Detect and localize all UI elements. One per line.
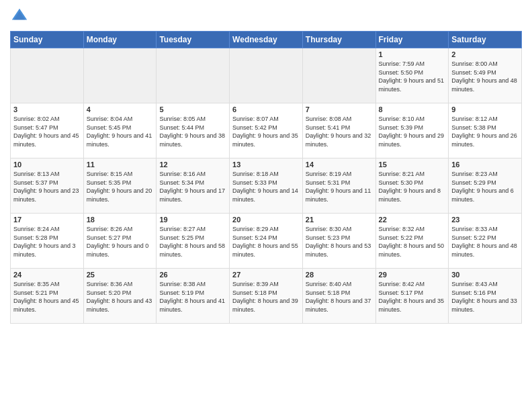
calendar-cell <box>302 48 375 103</box>
day-info: Sunrise: 8:35 AM Sunset: 5:21 PM Dayligh… <box>13 280 81 314</box>
page-header <box>10 7 522 26</box>
day-info: Sunrise: 8:36 AM Sunset: 5:20 PM Dayligh… <box>87 280 154 314</box>
day-number: 8 <box>379 105 446 113</box>
calendar-cell <box>157 48 230 103</box>
day-number: 10 <box>13 161 81 169</box>
day-number: 12 <box>159 161 226 169</box>
day-info: Sunrise: 8:05 AM Sunset: 5:44 PM Dayligh… <box>159 115 226 148</box>
day-number: 30 <box>451 271 519 279</box>
calendar-cell: 15Sunrise: 8:21 AM Sunset: 5:30 PM Dayli… <box>375 158 449 214</box>
day-number: 23 <box>451 216 519 224</box>
day-number: 2 <box>451 50 519 58</box>
day-info: Sunrise: 8:38 AM Sunset: 5:19 PM Dayligh… <box>159 280 226 314</box>
calendar-cell: 2Sunrise: 8:00 AM Sunset: 5:49 PM Daylig… <box>449 48 522 103</box>
calendar-cell: 14Sunrise: 8:19 AM Sunset: 5:31 PM Dayli… <box>302 158 375 214</box>
calendar-cell: 19Sunrise: 8:27 AM Sunset: 5:25 PM Dayli… <box>157 214 230 269</box>
col-header-thursday: Thursday <box>302 32 375 48</box>
day-info: Sunrise: 8:30 AM Sunset: 5:23 PM Dayligh… <box>306 225 373 259</box>
calendar-cell: 9Sunrise: 8:12 AM Sunset: 5:38 PM Daylig… <box>449 103 522 158</box>
day-number: 1 <box>379 50 446 58</box>
calendar-cell: 24Sunrise: 8:35 AM Sunset: 5:21 PM Dayli… <box>11 269 84 324</box>
calendar-cell: 23Sunrise: 8:33 AM Sunset: 5:22 PM Dayli… <box>449 214 522 269</box>
calendar-cell: 30Sunrise: 8:43 AM Sunset: 5:16 PM Dayli… <box>449 269 522 324</box>
day-info: Sunrise: 8:26 AM Sunset: 5:27 PM Dayligh… <box>87 225 154 259</box>
calendar-cell: 11Sunrise: 8:15 AM Sunset: 5:35 PM Dayli… <box>83 158 157 214</box>
day-info: Sunrise: 8:02 AM Sunset: 5:47 PM Dayligh… <box>13 115 81 148</box>
day-info: Sunrise: 8:19 AM Sunset: 5:31 PM Dayligh… <box>306 170 373 203</box>
day-number: 20 <box>232 216 300 224</box>
calendar-cell: 7Sunrise: 8:08 AM Sunset: 5:41 PM Daylig… <box>302 103 375 158</box>
day-info: Sunrise: 8:07 AM Sunset: 5:42 PM Dayligh… <box>232 115 300 148</box>
logo-icon <box>10 7 29 26</box>
day-number: 7 <box>306 105 373 113</box>
calendar-cell: 1Sunrise: 7:59 AM Sunset: 5:50 PM Daylig… <box>375 48 449 103</box>
day-number: 17 <box>13 216 81 224</box>
day-number: 28 <box>306 271 373 279</box>
day-number: 29 <box>379 271 446 279</box>
day-info: Sunrise: 8:21 AM Sunset: 5:30 PM Dayligh… <box>379 170 446 203</box>
day-number: 27 <box>232 271 300 279</box>
calendar-cell: 17Sunrise: 8:24 AM Sunset: 5:28 PM Dayli… <box>11 214 84 269</box>
day-info: Sunrise: 8:12 AM Sunset: 5:38 PM Dayligh… <box>451 115 519 148</box>
calendar-cell: 3Sunrise: 8:02 AM Sunset: 5:47 PM Daylig… <box>11 103 84 158</box>
day-info: Sunrise: 8:23 AM Sunset: 5:29 PM Dayligh… <box>451 170 519 203</box>
calendar-cell: 21Sunrise: 8:30 AM Sunset: 5:23 PM Dayli… <box>302 214 375 269</box>
day-info: Sunrise: 8:04 AM Sunset: 5:45 PM Dayligh… <box>87 115 154 148</box>
col-header-wednesday: Wednesday <box>230 32 303 48</box>
day-info: Sunrise: 8:33 AM Sunset: 5:22 PM Dayligh… <box>451 225 519 259</box>
calendar-cell: 28Sunrise: 8:40 AM Sunset: 5:18 PM Dayli… <box>302 269 375 324</box>
day-number: 16 <box>451 161 519 169</box>
day-info: Sunrise: 8:08 AM Sunset: 5:41 PM Dayligh… <box>306 115 373 148</box>
day-number: 13 <box>232 161 300 169</box>
day-info: Sunrise: 8:18 AM Sunset: 5:33 PM Dayligh… <box>232 170 300 203</box>
col-header-friday: Friday <box>375 32 449 48</box>
calendar-cell: 10Sunrise: 8:13 AM Sunset: 5:37 PM Dayli… <box>11 158 84 214</box>
calendar-cell: 5Sunrise: 8:05 AM Sunset: 5:44 PM Daylig… <box>157 103 230 158</box>
day-info: Sunrise: 8:29 AM Sunset: 5:24 PM Dayligh… <box>232 225 300 259</box>
page-container: SundayMondayTuesdayWednesdayThursdayFrid… <box>0 0 532 330</box>
week-row-1: 1Sunrise: 7:59 AM Sunset: 5:50 PM Daylig… <box>11 48 522 103</box>
calendar-cell: 8Sunrise: 8:10 AM Sunset: 5:39 PM Daylig… <box>375 103 449 158</box>
calendar-cell <box>11 48 84 103</box>
day-info: Sunrise: 8:42 AM Sunset: 5:17 PM Dayligh… <box>379 280 446 314</box>
day-number: 18 <box>87 216 154 224</box>
calendar-cell: 29Sunrise: 8:42 AM Sunset: 5:17 PM Dayli… <box>375 269 449 324</box>
day-number: 19 <box>159 216 226 224</box>
day-number: 5 <box>159 105 226 113</box>
col-header-sunday: Sunday <box>11 32 84 48</box>
day-info: Sunrise: 8:00 AM Sunset: 5:49 PM Dayligh… <box>451 60 519 93</box>
day-info: Sunrise: 8:27 AM Sunset: 5:25 PM Dayligh… <box>159 225 226 259</box>
day-number: 3 <box>13 105 81 113</box>
day-number: 22 <box>379 216 446 224</box>
calendar-cell: 22Sunrise: 8:32 AM Sunset: 5:22 PM Dayli… <box>375 214 449 269</box>
day-number: 4 <box>87 105 154 113</box>
day-number: 21 <box>306 216 373 224</box>
week-row-2: 3Sunrise: 8:02 AM Sunset: 5:47 PM Daylig… <box>11 103 522 158</box>
day-info: Sunrise: 8:40 AM Sunset: 5:18 PM Dayligh… <box>306 280 373 314</box>
col-header-monday: Monday <box>83 32 157 48</box>
day-number: 9 <box>451 105 519 113</box>
week-row-5: 24Sunrise: 8:35 AM Sunset: 5:21 PM Dayli… <box>11 269 522 324</box>
day-info: Sunrise: 8:39 AM Sunset: 5:18 PM Dayligh… <box>232 280 300 314</box>
day-number: 6 <box>232 105 300 113</box>
day-info: Sunrise: 8:24 AM Sunset: 5:28 PM Dayligh… <box>13 225 81 259</box>
calendar-table: SundayMondayTuesdayWednesdayThursdayFrid… <box>10 31 522 324</box>
calendar-cell <box>83 48 157 103</box>
header-row: SundayMondayTuesdayWednesdayThursdayFrid… <box>11 32 522 48</box>
calendar-cell: 18Sunrise: 8:26 AM Sunset: 5:27 PM Dayli… <box>83 214 157 269</box>
calendar-cell: 20Sunrise: 8:29 AM Sunset: 5:24 PM Dayli… <box>230 214 303 269</box>
col-header-tuesday: Tuesday <box>157 32 230 48</box>
day-number: 14 <box>306 161 373 169</box>
day-info: Sunrise: 8:10 AM Sunset: 5:39 PM Dayligh… <box>379 115 446 148</box>
day-info: Sunrise: 8:32 AM Sunset: 5:22 PM Dayligh… <box>379 225 446 259</box>
day-number: 15 <box>379 161 446 169</box>
day-number: 25 <box>87 271 154 279</box>
calendar-cell: 16Sunrise: 8:23 AM Sunset: 5:29 PM Dayli… <box>449 158 522 214</box>
day-info: Sunrise: 8:13 AM Sunset: 5:37 PM Dayligh… <box>13 170 81 203</box>
day-info: Sunrise: 8:15 AM Sunset: 5:35 PM Dayligh… <box>87 170 154 203</box>
day-number: 24 <box>13 271 81 279</box>
day-info: Sunrise: 8:43 AM Sunset: 5:16 PM Dayligh… <box>451 280 519 314</box>
calendar-cell: 4Sunrise: 8:04 AM Sunset: 5:45 PM Daylig… <box>83 103 157 158</box>
day-info: Sunrise: 8:16 AM Sunset: 5:34 PM Dayligh… <box>159 170 226 203</box>
week-row-4: 17Sunrise: 8:24 AM Sunset: 5:28 PM Dayli… <box>11 214 522 269</box>
